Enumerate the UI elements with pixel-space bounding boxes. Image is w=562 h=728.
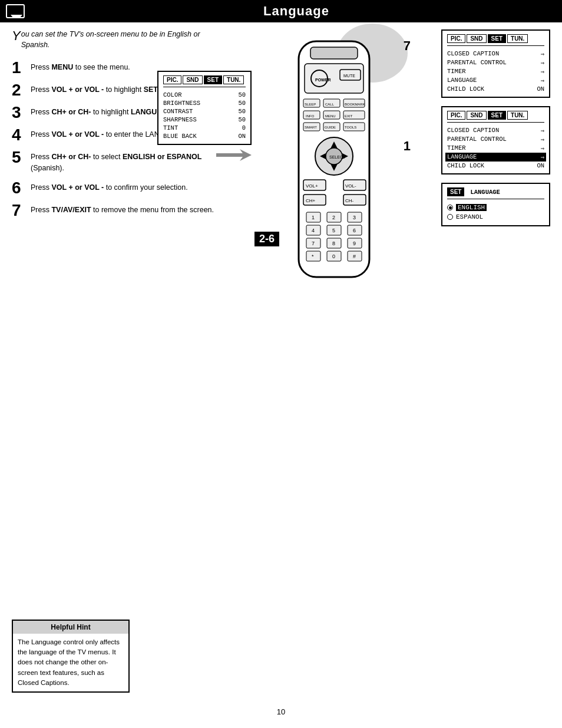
menu-screenshot-3: PIC. SND SET TUN. CLOSED CAPTION⇒ PARENT… [441,106,550,174]
svg-text:GUIDE: GUIDE [325,126,336,129]
svg-text:0: 0 [332,253,335,259]
step-7-number: 7 [12,202,31,219]
svg-text:CALL: CALL [325,103,335,106]
menu4-option-english: ENGLISH [447,203,544,212]
menu3-timer: TIMER⇒ [447,144,544,153]
svg-text:MENU: MENU [325,114,336,118]
menu1-item-tint: TINT0 [163,124,246,132]
page-title: Language [31,4,562,19]
svg-text:SLEEP: SLEEP [305,103,316,106]
menu1-item-sharpness: SHARPNESS50 [163,116,246,124]
svg-text:VOL-: VOL- [345,183,356,189]
svg-text:SELECT: SELECT [329,155,346,159]
svg-text:CH+: CH+ [306,198,316,203]
menu3-parental-control: PARENTAL CONTROL⇒ [447,135,544,144]
menu1-tab-set: SET [204,75,222,84]
intro-body: ou can set the TV's on-screen menu to be… [21,30,200,49]
step-7: 7 Press TV/AV/EXIT to remove the menu fr… [12,202,230,219]
svg-text:VOL+: VOL+ [306,183,318,189]
step-6-text: Press VOL + or VOL - to confirm your sel… [31,180,188,193]
menu3-child-lock: CHILD LOCKON [447,162,544,170]
helpful-hint-box: Helpful Hint The Language control only a… [12,620,130,693]
menu2-timer: TIMER⇒ [447,67,544,76]
step-3-text: Press CH+ or CH- to highlight LANGUAGE. [31,104,175,118]
svg-text:1: 1 [312,215,315,220]
menu2-tab-pic: PIC. [447,34,465,43]
english-label: ENGLISH [456,204,487,211]
svg-text:3: 3 [353,215,356,220]
remote-svg: POWER MUTE SLEEP CALL BOOKMARK INFO MENU… [287,35,381,283]
menu3-tab-tun: TUN. [507,111,528,120]
menu3-tabs: PIC. SND SET TUN. [447,111,544,123]
svg-text:2: 2 [332,215,335,220]
menu2-tab-snd: SND [467,34,486,43]
right-column: PIC. SND SET TUN. CLOSED CAPTION⇒ PARENT… [441,29,550,285]
menu2-tab-set: SET [488,34,506,43]
svg-text:INFO: INFO [306,114,315,118]
step-1-number: 1 [12,60,31,76]
svg-text:5: 5 [332,228,335,233]
step-7-text: Press TV/AV/EXIT to remove the menu from… [31,202,214,216]
menu1-item-blueback: BLUE BACKON [163,132,246,140]
step-label-7: 7 [404,38,411,54]
menu2-closed-caption: CLOSED CAPTION⇒ [447,50,544,58]
radio-english [447,205,453,210]
menu4-option-espanol: ESPANOL [447,212,544,222]
step-4-number: 4 [12,127,31,143]
center-column: 7 1 2-6 POWER MUTE SLEEP [236,29,435,285]
radio-espanol [447,214,453,220]
menu2-language: LANGUAGE⇒ [447,76,544,85]
svg-marker-64 [216,149,252,161]
menu4-header: SET LANGUAGE [447,187,544,199]
svg-text:EXIT: EXIT [345,114,353,118]
svg-text:MUTE: MUTE [343,74,355,78]
menu3-closed-caption: CLOSED CAPTION⇒ [447,126,544,135]
svg-text:BOOKMARK: BOOKMARK [345,103,365,106]
svg-text:6: 6 [353,228,356,233]
menu-screenshot-2: PIC. SND SET TUN. CLOSED CAPTION⇒ PARENT… [441,29,550,98]
svg-text:4: 4 [312,228,315,233]
menu2-tab-tun: TUN. [507,34,528,43]
step-6: 6 Press VOL + or VOL - to confirm your s… [12,180,230,196]
menu1-item-color: COLOR50 [163,91,246,99]
menu1-tabs: PIC. SND SET TUN. [163,75,246,87]
svg-rect-1 [310,47,358,59]
menu4-tab-set: SET [447,187,464,196]
menu1-tab-pic: PIC. [163,75,181,84]
hint-title: Helpful Hint [13,621,128,634]
menu3-language-highlighted: LANGUAGE⇒ [445,153,546,162]
tv-icon [6,4,25,18]
menu3-tab-snd: SND [467,111,486,120]
svg-text:POWER: POWER [315,78,330,82]
page-header: Language [0,0,562,22]
menu-screenshot-1: PIC. SND SET TUN. COLOR50 BRIGHTNESS50 C… [157,71,252,166]
menu1-tab-tun: TUN. [223,75,244,84]
menu-screenshot-4: SET LANGUAGE ENGLISH ESPANOL [441,183,550,226]
step-2-text: Press VOL + or VOL - to highlight SET. [31,82,160,95]
svg-text:TOOLS: TOOLS [345,126,356,129]
menu3-tab-pic: PIC. [447,111,465,120]
menu3-tab-set: SET [488,111,506,120]
svg-text:7: 7 [312,241,315,246]
svg-text:#: # [353,253,356,259]
menu1-arrow [157,146,252,166]
step-6-number: 6 [12,180,31,196]
menu1-item-brightness: BRIGHTNESS50 [163,99,246,107]
svg-text:9: 9 [353,241,356,246]
step-label-2-6: 2-6 [254,232,279,246]
remote-illustration: 7 1 2-6 POWER MUTE SLEEP [287,35,384,285]
hint-content: The Language control only affects the la… [13,634,128,691]
menu2-child-lock: CHILD LOCKON [447,85,544,93]
intro-big-letter: Y [12,29,21,42]
step-3-number: 3 [12,104,31,121]
step-2-number: 2 [12,82,31,98]
main-content: Y ou can set the TV's on-screen menu to … [0,29,562,285]
menu2-parental-control: PARENTAL CONTROL⇒ [447,58,544,67]
svg-text:*: * [312,253,314,259]
svg-text:SMART: SMART [305,126,317,129]
menu1-tab-snd: SND [183,75,202,84]
menu4-title: LANGUAGE [470,189,500,196]
step-5-number: 5 [12,149,31,166]
menu2-tabs: PIC. SND SET TUN. [447,34,544,46]
menu1-item-contrast: CONTRAST50 [163,107,246,116]
